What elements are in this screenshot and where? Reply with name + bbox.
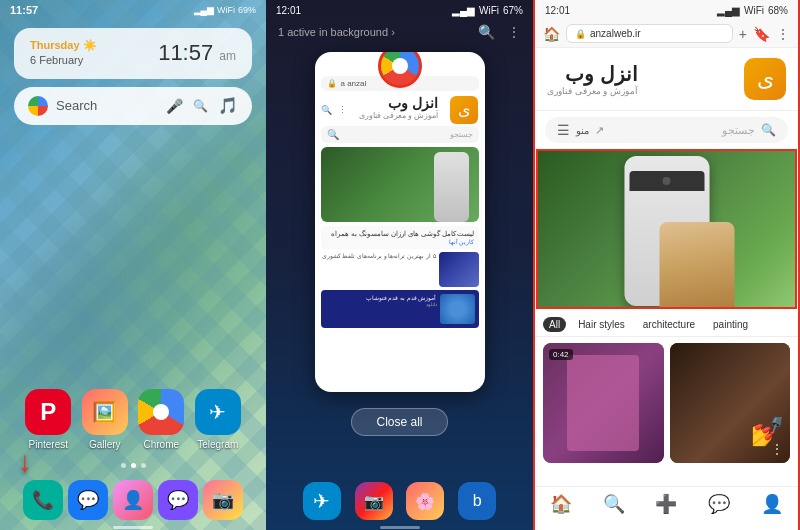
- app-icon-gallery[interactable]: 🖼️ Gallery: [82, 389, 128, 450]
- phone-camera-strip: [629, 171, 704, 191]
- nav-home-browser[interactable]: 🏠: [550, 493, 572, 524]
- browser-home-icon[interactable]: 🏠: [543, 26, 560, 42]
- dock-camera[interactable]: 📷: [203, 480, 243, 520]
- content-card-left[interactable]: 0:42: [543, 343, 664, 463]
- send-icon[interactable]: ↗: [595, 124, 604, 137]
- app-cards-container: 🔒 a anzal 🔍 ⋮ انزل وب آموزش و معرفی فناو…: [266, 44, 533, 400]
- article-text-2: ۵ از بهترین ترانه‌ها و برنامه‌های تلفظ ک…: [321, 252, 436, 287]
- status-icons: ▂▄▆ WiFi 69%: [194, 5, 256, 15]
- signal-p2: ▂▄▆: [452, 5, 475, 16]
- article-text-3: آموزش قدم به قدم فتوشاپ دانلود: [325, 294, 437, 324]
- google-logo: [28, 96, 48, 116]
- dock-instagram-p2[interactable]: 📷: [355, 482, 393, 520]
- assistant-icon[interactable]: 🎵: [218, 96, 238, 115]
- card-search-bar: 🔍 جستجو: [321, 126, 479, 143]
- chrome-inner-circle: [392, 58, 408, 74]
- sun-icon: ☀️: [83, 39, 97, 51]
- card-left-bg: [543, 343, 664, 463]
- tab-painting[interactable]: painting: [707, 317, 754, 332]
- dock-contacts[interactable]: 👤: [113, 480, 153, 520]
- browser-bottom-content: All Hair styles architecture painting 0:…: [535, 309, 798, 469]
- app-icon-pinterest[interactable]: P Pinterest: [25, 389, 71, 450]
- browser-menu-icon[interactable]: ⋮: [776, 26, 790, 42]
- article-link-1: کارین آنها: [325, 238, 475, 245]
- wifi-p2: WiFi: [479, 5, 499, 16]
- recents-search-icon[interactable]: 🔍: [478, 24, 495, 40]
- chrome-app-icon-badge: [378, 52, 422, 88]
- dock-panel2: ✈ 📷 🌸 b: [266, 482, 533, 520]
- site-name-arabic: انزل وب: [547, 62, 638, 86]
- google-search-bar[interactable]: Search 🎤 🔍 🎵: [14, 87, 252, 125]
- lens-icon[interactable]: 🔍: [193, 99, 208, 113]
- telegram-icon: ✈: [195, 389, 241, 435]
- app-dock: 📞 💬 👤 💬 📷: [0, 480, 266, 520]
- hamburger-menu-icon[interactable]: ☰: [557, 122, 570, 138]
- hero-hand: [659, 222, 734, 307]
- tab-architecture[interactable]: architecture: [637, 317, 701, 332]
- nav-profile-browser[interactable]: 👤: [761, 493, 783, 524]
- new-tab-button[interactable]: +: [739, 26, 747, 42]
- app-icon-chrome[interactable]: Chrome: [138, 389, 184, 450]
- navigation-bar-panel1: [0, 524, 266, 530]
- card-article-3: آموزش قدم به قدم فتوشاپ دانلود: [321, 290, 479, 328]
- browser-bookmark-icon[interactable]: 🔖: [753, 26, 770, 42]
- card-content: 🔒 a anzal 🔍 ⋮ انزل وب آموزش و معرفی فناو…: [315, 52, 485, 334]
- status-bar-panel3: 12:01 ▂▄▆ WiFi 68%: [535, 0, 798, 20]
- pinterest-label: Pinterest: [29, 439, 68, 450]
- nav-profile-icon: 👤: [761, 493, 783, 515]
- site-search-placeholder: جستجو: [610, 124, 755, 137]
- video-duration-badge: 0:42: [549, 349, 573, 360]
- tab-hair-styles[interactable]: Hair styles: [572, 317, 631, 332]
- dot-1: [121, 463, 126, 468]
- card-article-1: لیست کامل گوشی های ارزان سامسونگ به همرا…: [321, 226, 479, 249]
- nav-add-browser[interactable]: ➕: [655, 493, 677, 524]
- date-text: Thursday ☀️ 6 February: [30, 38, 97, 69]
- card-right-dots[interactable]: ⋮: [770, 441, 784, 457]
- nav-messages-browser[interactable]: 💬: [708, 493, 730, 524]
- panel-home-screen: 11:57 ▂▄▆ WiFi 69% Thursday ☀️ 6 Februar…: [0, 0, 266, 530]
- active-count-text: 1 active in background ›: [278, 26, 395, 38]
- dock-msg2[interactable]: 💬: [158, 480, 198, 520]
- status-bar-panel1: 11:57 ▂▄▆ WiFi 69%: [0, 0, 266, 20]
- lock-icon-card: 🔒: [327, 79, 337, 88]
- card-phone-image: [434, 152, 469, 222]
- gallery-label: Gallery: [89, 439, 121, 450]
- status-time-p2: 12:01: [276, 5, 301, 16]
- card-site-header: انزل وب آموزش و معرفی فناوری: [359, 95, 439, 124]
- content-tabs: All Hair styles architecture painting: [535, 309, 798, 337]
- gallery-icon: 🖼️: [82, 389, 128, 435]
- wifi-icon: WiFi: [217, 5, 235, 15]
- site-search-bar[interactable]: ☰ منو ↗ جستجو 🔍: [545, 117, 788, 143]
- mic-icon[interactable]: 🎤: [166, 98, 183, 114]
- home-wallpaper: [0, 0, 266, 530]
- day-label: Thursday: [30, 39, 80, 51]
- dock-gallery-p2[interactable]: 🌸: [406, 482, 444, 520]
- app-icon-telegram[interactable]: ✈ Telegram: [195, 389, 241, 450]
- card-site-title: انزل وب: [359, 95, 439, 111]
- hero-banner-image: [536, 149, 797, 309]
- tab-all[interactable]: All: [543, 317, 566, 332]
- recents-menu-icon[interactable]: ⋮: [507, 24, 521, 40]
- article-title-1: لیست کامل گوشی های ارزان سامسونگ به همرا…: [325, 230, 475, 238]
- search-icon-small[interactable]: 🔍: [761, 123, 776, 137]
- nav-search-browser[interactable]: 🔍: [603, 493, 625, 524]
- status-time-p3: 12:01: [545, 5, 570, 16]
- site-header: انزل وب آموزش و معرفی فناوری ی: [535, 48, 798, 111]
- panel-recent-apps: 12:01 ▂▄▆ WiFi 67% 1 active in backgroun…: [266, 0, 533, 530]
- recent-app-card-chrome[interactable]: 🔒 a anzal 🔍 ⋮ انزل وب آموزش و معرفی فناو…: [315, 52, 485, 392]
- browser-bottom-navigation: 🏠 🔍 ➕ 💬 👤: [535, 486, 798, 530]
- dock-telegram-p2[interactable]: ✈: [303, 482, 341, 520]
- dock-bada-p2[interactable]: b: [458, 482, 496, 520]
- dock-messages[interactable]: 💬: [68, 480, 108, 520]
- status-icons-p2: ▂▄▆ WiFi 67%: [452, 5, 523, 16]
- dock-phone[interactable]: 📞: [23, 480, 63, 520]
- close-all-button[interactable]: Close all: [351, 408, 447, 436]
- content-card-right[interactable]: 💅 ⋮: [670, 343, 791, 463]
- battery-p3: 68%: [768, 5, 788, 16]
- ampm-label: am: [219, 49, 236, 63]
- content-grid: 0:42 💅 ⋮: [535, 337, 798, 469]
- chrome-label: Chrome: [143, 439, 179, 450]
- status-icons-p3: ▂▄▆ WiFi 68%: [717, 5, 788, 16]
- card-site-logo: ی: [450, 96, 478, 124]
- url-input-bar[interactable]: 🔒 anzalweb.ir: [566, 24, 733, 43]
